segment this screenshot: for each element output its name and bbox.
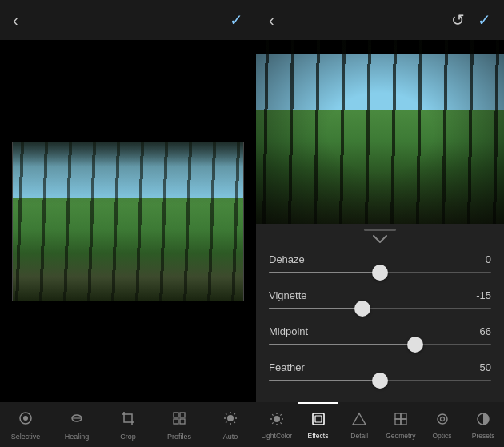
svg-point-22 [274, 416, 280, 422]
svg-rect-9 [174, 413, 178, 417]
profiles-label: Profiles [167, 433, 191, 441]
tab-crop[interactable]: Crop [102, 402, 154, 447]
svg-point-1 [23, 416, 28, 421]
feather-row: Feather 50 [269, 361, 491, 381]
selective-icon [18, 410, 34, 430]
collapse-chevron[interactable] [256, 233, 504, 247]
feather-value: 50 [467, 361, 491, 373]
svg-rect-36 [395, 419, 401, 425]
panel-handle[interactable] [256, 224, 504, 233]
dehaze-label: Dehaze [269, 253, 305, 265]
sliders-area: Dehaze 0 Vignette -15 Midpoint 66 [256, 247, 504, 402]
selective-label: Selective [11, 433, 41, 441]
vignette-thumb[interactable] [354, 301, 370, 317]
auto-icon [222, 410, 238, 430]
tab-detail[interactable]: Detail [338, 402, 380, 447]
presets-label: Presets [472, 432, 495, 440]
undo-button[interactable]: ↺ [451, 10, 465, 30]
detail-icon [352, 412, 366, 429]
right-panel: ‹ ↺ ✓ Dehaze 0 [256, 0, 504, 447]
healing-icon [69, 410, 85, 430]
optics-icon [435, 412, 450, 429]
handle-bar [364, 229, 396, 231]
svg-line-21 [226, 422, 226, 423]
left-panel: ‹ ✓ Selective Healing Crop [0, 0, 256, 447]
vignette-label: Vignette [269, 289, 306, 301]
tab-selective[interactable]: Selective [0, 402, 51, 447]
right-confirm-button[interactable]: ✓ [478, 10, 491, 30]
dehaze-thumb[interactable] [372, 265, 388, 281]
crop-label: Crop [120, 433, 136, 441]
tab-healing[interactable]: Healing [51, 402, 102, 447]
left-header: ‹ ✓ [0, 0, 256, 40]
tab-optics[interactable]: Optics [422, 402, 463, 447]
right-image-area [256, 40, 504, 224]
detail-label: Detail [350, 432, 368, 440]
feather-track[interactable] [269, 380, 491, 381]
svg-marker-33 [353, 413, 366, 425]
right-header: ‹ ↺ ✓ [256, 0, 504, 40]
svg-rect-4 [124, 414, 132, 422]
left-bottom-bar: Selective Healing Crop Profiles Auto [0, 402, 256, 447]
vignette-fill [269, 308, 362, 309]
auto-label: Auto [223, 433, 238, 441]
svg-rect-35 [401, 413, 406, 419]
midpoint-thumb[interactable] [407, 337, 423, 353]
geometry-icon [394, 412, 408, 429]
dehaze-row: Dehaze 0 [269, 253, 491, 273]
tab-profiles[interactable]: Profiles [154, 402, 205, 447]
svg-line-18 [226, 413, 226, 414]
crop-icon [120, 410, 136, 430]
svg-line-28 [280, 422, 281, 423]
svg-rect-10 [180, 413, 185, 417]
svg-line-27 [272, 414, 273, 415]
profiles-icon [171, 410, 187, 430]
confirm-button[interactable]: ✓ [230, 10, 243, 30]
vignette-track[interactable] [269, 308, 491, 309]
svg-rect-31 [313, 413, 324, 425]
midpoint-fill [269, 344, 415, 345]
svg-line-30 [272, 422, 273, 423]
midpoint-row: Midpoint 66 [269, 325, 491, 345]
feather-thumb[interactable] [372, 373, 388, 389]
svg-rect-11 [174, 419, 178, 424]
right-bottom-bar: LightColor Effects Detail Geometry Optic… [256, 402, 504, 447]
tab-auto[interactable]: Auto [205, 402, 256, 447]
svg-line-20 [234, 413, 235, 414]
feather-label: Feather [269, 361, 305, 373]
lightcolor-label: LightColor [261, 432, 292, 440]
right-back-button[interactable]: ‹ [269, 11, 274, 30]
tab-presets[interactable]: Presets [462, 402, 504, 447]
geometry-label: Geometry [386, 432, 415, 440]
svg-rect-37 [401, 419, 406, 425]
midpoint-track[interactable] [269, 344, 491, 345]
midpoint-label: Midpoint [269, 325, 308, 337]
svg-point-38 [438, 414, 447, 424]
effects-icon [311, 412, 326, 429]
left-photo [12, 142, 244, 301]
optics-label: Optics [432, 432, 451, 440]
svg-point-39 [440, 417, 444, 421]
healing-label: Healing [65, 433, 90, 441]
dehaze-value: 0 [467, 253, 491, 265]
svg-rect-34 [395, 413, 401, 419]
svg-rect-12 [180, 419, 185, 424]
svg-line-29 [280, 414, 281, 415]
tab-geometry[interactable]: Geometry [380, 402, 422, 447]
back-button[interactable]: ‹ [13, 11, 18, 30]
feather-fill [269, 380, 380, 381]
right-photo [256, 40, 504, 224]
vignette-row: Vignette -15 [269, 289, 491, 309]
tab-effects[interactable]: Effects [298, 402, 339, 447]
dehaze-track[interactable] [269, 272, 491, 273]
svg-point-13 [227, 415, 234, 421]
presets-icon [476, 412, 490, 429]
midpoint-value: 66 [467, 325, 491, 337]
left-image-area [0, 40, 256, 402]
dehaze-fill [269, 272, 380, 273]
tab-lightcolor[interactable]: LightColor [256, 402, 298, 447]
svg-line-19 [234, 422, 235, 423]
svg-rect-32 [315, 416, 322, 422]
lightcolor-icon [270, 412, 284, 429]
vignette-value: -15 [467, 289, 491, 301]
